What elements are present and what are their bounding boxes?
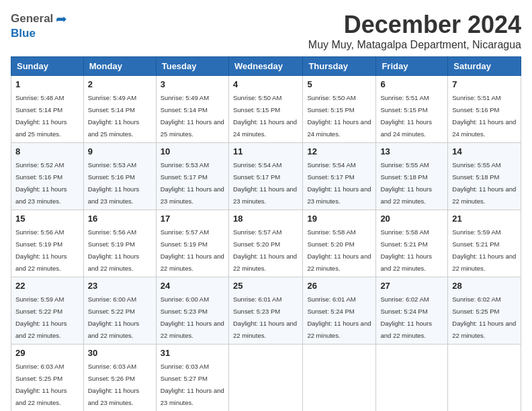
calendar-cell: 16 Sunrise: 5:56 AMSunset: 5:19 PMDaylig… xyxy=(83,210,156,277)
day-info: Sunrise: 5:55 AMSunset: 5:18 PMDaylight:… xyxy=(380,161,432,205)
day-number: 13 xyxy=(380,146,443,156)
day-number: 26 xyxy=(307,281,371,291)
calendar-cell xyxy=(448,345,521,412)
day-number: 4 xyxy=(233,79,298,89)
calendar-cell xyxy=(303,345,376,412)
calendar-table: SundayMondayTuesdayWednesdayThursdayFrid… xyxy=(11,56,521,411)
calendar-header-row: SundayMondayTuesdayWednesdayThursdayFrid… xyxy=(11,57,521,76)
day-info: Sunrise: 5:51 AMSunset: 5:15 PMDaylight:… xyxy=(380,94,432,138)
title-block: December 2024 Muy Muy, Matagalpa Departm… xyxy=(308,11,521,51)
day-number: 5 xyxy=(307,79,371,89)
calendar-cell: 25 Sunrise: 6:01 AMSunset: 5:23 PMDaylig… xyxy=(228,277,302,345)
day-number: 15 xyxy=(15,214,79,224)
calendar-cell: 29 Sunrise: 6:03 AMSunset: 5:25 PMDaylig… xyxy=(11,345,84,412)
day-info: Sunrise: 5:59 AMSunset: 5:21 PMDaylight:… xyxy=(452,228,516,272)
day-info: Sunrise: 5:50 AMSunset: 5:15 PMDaylight:… xyxy=(307,94,371,138)
day-number: 11 xyxy=(233,146,298,156)
day-number: 27 xyxy=(380,281,443,291)
calendar-cell: 17 Sunrise: 5:57 AMSunset: 5:19 PMDaylig… xyxy=(156,210,228,277)
day-info: Sunrise: 5:51 AMSunset: 5:16 PMDaylight:… xyxy=(452,94,516,138)
day-number: 23 xyxy=(88,281,152,291)
day-number: 1 xyxy=(15,79,79,89)
day-number: 31 xyxy=(161,348,224,358)
day-info: Sunrise: 5:54 AMSunset: 5:17 PMDaylight:… xyxy=(233,161,297,205)
bird-icon: ➦ xyxy=(56,11,67,27)
day-info: Sunrise: 5:59 AMSunset: 5:22 PMDaylight:… xyxy=(15,295,67,339)
day-number: 22 xyxy=(15,281,79,291)
location-title: Muy Muy, Matagalpa Department, Nicaragua xyxy=(308,39,521,51)
calendar-cell: 28 Sunrise: 6:02 AMSunset: 5:25 PMDaylig… xyxy=(448,277,521,345)
day-number: 16 xyxy=(88,214,152,224)
day-info: Sunrise: 6:00 AMSunset: 5:22 PMDaylight:… xyxy=(88,295,140,339)
day-info: Sunrise: 5:49 AMSunset: 5:14 PMDaylight:… xyxy=(88,94,140,138)
calendar-cell: 9 Sunrise: 5:53 AMSunset: 5:16 PMDayligh… xyxy=(83,143,156,210)
day-number: 25 xyxy=(233,281,298,291)
calendar-cell: 4 Sunrise: 5:50 AMSunset: 5:15 PMDayligh… xyxy=(228,76,302,143)
header-wednesday: Wednesday xyxy=(228,57,302,76)
calendar-cell: 26 Sunrise: 6:01 AMSunset: 5:24 PMDaylig… xyxy=(303,277,376,345)
calendar-cell: 10 Sunrise: 5:53 AMSunset: 5:17 PMDaylig… xyxy=(156,143,228,210)
day-number: 24 xyxy=(161,281,224,291)
calendar-cell: 15 Sunrise: 5:56 AMSunset: 5:19 PMDaylig… xyxy=(11,210,84,277)
day-number: 17 xyxy=(161,214,224,224)
week-row-5: 29 Sunrise: 6:03 AMSunset: 5:25 PMDaylig… xyxy=(11,345,521,412)
logo-general-text: General xyxy=(11,12,53,26)
day-info: Sunrise: 5:58 AMSunset: 5:21 PMDaylight:… xyxy=(380,228,432,272)
day-info: Sunrise: 5:54 AMSunset: 5:17 PMDaylight:… xyxy=(307,161,371,205)
calendar-cell: 20 Sunrise: 5:58 AMSunset: 5:21 PMDaylig… xyxy=(376,210,448,277)
day-info: Sunrise: 5:58 AMSunset: 5:20 PMDaylight:… xyxy=(307,228,371,272)
day-number: 3 xyxy=(161,79,224,89)
calendar-cell: 5 Sunrise: 5:50 AMSunset: 5:15 PMDayligh… xyxy=(303,76,376,143)
logo: General ➦ Blue xyxy=(11,11,67,40)
calendar-cell: 7 Sunrise: 5:51 AMSunset: 5:16 PMDayligh… xyxy=(448,76,521,143)
day-info: Sunrise: 5:53 AMSunset: 5:17 PMDaylight:… xyxy=(161,161,224,205)
week-row-3: 15 Sunrise: 5:56 AMSunset: 5:19 PMDaylig… xyxy=(11,210,521,277)
header-friday: Friday xyxy=(376,57,448,76)
calendar-cell: 2 Sunrise: 5:49 AMSunset: 5:14 PMDayligh… xyxy=(83,76,156,143)
day-info: Sunrise: 5:48 AMSunset: 5:14 PMDaylight:… xyxy=(15,94,67,138)
day-info: Sunrise: 6:03 AMSunset: 5:27 PMDaylight:… xyxy=(161,363,224,406)
day-info: Sunrise: 5:49 AMSunset: 5:14 PMDaylight:… xyxy=(161,94,224,138)
week-row-2: 8 Sunrise: 5:52 AMSunset: 5:16 PMDayligh… xyxy=(11,143,521,210)
day-number: 19 xyxy=(307,214,371,224)
day-info: Sunrise: 6:01 AMSunset: 5:23 PMDaylight:… xyxy=(233,295,297,339)
day-number: 14 xyxy=(452,146,517,156)
header-sunday: Sunday xyxy=(11,57,84,76)
calendar-cell: 1 Sunrise: 5:48 AMSunset: 5:14 PMDayligh… xyxy=(11,76,84,143)
day-info: Sunrise: 5:56 AMSunset: 5:19 PMDaylight:… xyxy=(15,228,67,272)
day-info: Sunrise: 5:50 AMSunset: 5:15 PMDaylight:… xyxy=(233,94,297,138)
calendar-cell xyxy=(228,345,302,412)
header-tuesday: Tuesday xyxy=(156,57,228,76)
day-number: 2 xyxy=(88,79,152,89)
calendar-cell: 23 Sunrise: 6:00 AMSunset: 5:22 PMDaylig… xyxy=(83,277,156,345)
day-number: 29 xyxy=(15,348,79,358)
calendar-cell: 12 Sunrise: 5:54 AMSunset: 5:17 PMDaylig… xyxy=(303,143,376,210)
day-info: Sunrise: 6:02 AMSunset: 5:24 PMDaylight:… xyxy=(380,295,432,339)
day-info: Sunrise: 5:56 AMSunset: 5:19 PMDaylight:… xyxy=(88,228,140,272)
calendar-cell: 30 Sunrise: 6:03 AMSunset: 5:26 PMDaylig… xyxy=(83,345,156,412)
calendar-cell: 19 Sunrise: 5:58 AMSunset: 5:20 PMDaylig… xyxy=(303,210,376,277)
day-number: 21 xyxy=(452,214,517,224)
day-info: Sunrise: 5:55 AMSunset: 5:18 PMDaylight:… xyxy=(452,161,516,205)
day-number: 12 xyxy=(307,146,371,156)
day-info: Sunrise: 6:00 AMSunset: 5:23 PMDaylight:… xyxy=(161,295,224,339)
logo-blue-text: Blue xyxy=(11,27,36,40)
day-info: Sunrise: 6:02 AMSunset: 5:25 PMDaylight:… xyxy=(452,295,516,339)
calendar-cell: 21 Sunrise: 5:59 AMSunset: 5:21 PMDaylig… xyxy=(448,210,521,277)
day-number: 30 xyxy=(88,348,152,358)
calendar-cell: 27 Sunrise: 6:02 AMSunset: 5:24 PMDaylig… xyxy=(376,277,448,345)
calendar-cell: 8 Sunrise: 5:52 AMSunset: 5:16 PMDayligh… xyxy=(11,143,84,210)
header-monday: Monday xyxy=(83,57,156,76)
day-info: Sunrise: 6:03 AMSunset: 5:25 PMDaylight:… xyxy=(15,363,67,406)
calendar-cell: 22 Sunrise: 5:59 AMSunset: 5:22 PMDaylig… xyxy=(11,277,84,345)
day-number: 6 xyxy=(380,79,443,89)
calendar-cell: 11 Sunrise: 5:54 AMSunset: 5:17 PMDaylig… xyxy=(228,143,302,210)
calendar-cell: 18 Sunrise: 5:57 AMSunset: 5:20 PMDaylig… xyxy=(228,210,302,277)
header-saturday: Saturday xyxy=(448,57,521,76)
day-info: Sunrise: 6:01 AMSunset: 5:24 PMDaylight:… xyxy=(307,295,371,339)
day-info: Sunrise: 5:57 AMSunset: 5:19 PMDaylight:… xyxy=(161,228,224,272)
day-number: 8 xyxy=(15,146,79,156)
day-info: Sunrise: 5:57 AMSunset: 5:20 PMDaylight:… xyxy=(233,228,297,272)
day-number: 18 xyxy=(233,214,298,224)
week-row-1: 1 Sunrise: 5:48 AMSunset: 5:14 PMDayligh… xyxy=(11,76,521,143)
